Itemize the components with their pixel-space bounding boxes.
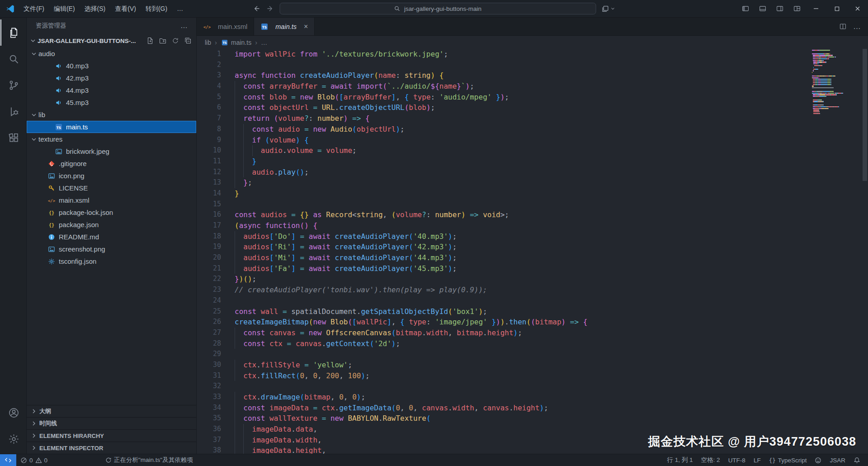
code-line[interactable]: 11} (197, 156, 868, 167)
command-center-search[interactable]: jsar-gallery-gui-buttons-main (280, 3, 596, 14)
analyzing-status[interactable]: 正在分析"main.ts"及其依赖项 (101, 454, 197, 466)
code-line[interactable]: 29 (197, 349, 868, 360)
maximize-button[interactable] (826, 0, 847, 17)
scrollbar-thumb[interactable] (863, 49, 867, 181)
more-actions-icon[interactable]: … (853, 22, 861, 31)
tab-main-xsml[interactable]: </> main.xsml (197, 18, 254, 35)
code-line[interactable]: 9if (volume) { (197, 135, 868, 146)
project-section-header[interactable]: JSAR-GALLERY-GUI-BUTTONS-... (27, 34, 196, 48)
code-line[interactable]: 14} (197, 188, 868, 199)
sidebar-section-element-inspector[interactable]: ELEMENT INSPECTOR (27, 442, 196, 454)
minimap[interactable] (812, 50, 861, 115)
code-line[interactable]: 28const ctx = canvas.getContext('2d'); (197, 338, 868, 349)
breadcrumb-item-lib[interactable]: lib (205, 39, 211, 46)
code-line[interactable]: 3async function createAudioPlayer(name: … (197, 70, 868, 81)
tree-item-45-mp3[interactable]: 45.mp3 (27, 96, 196, 109)
back-icon[interactable] (253, 5, 261, 13)
code-line[interactable]: 33ctx.drawImage(bitmap, 0, 0); (197, 392, 868, 403)
code-line[interactable]: 34const imageData = ctx.getImageData(0, … (197, 403, 868, 414)
code-line[interactable]: 25const wall = spatialDocument.getSpatia… (197, 306, 868, 317)
menu-go[interactable]: 转到(G) (141, 3, 172, 14)
tree-item-package-json[interactable]: {}package.json (27, 219, 196, 231)
code-line[interactable]: 21audios['Fa'] = await createAudioPlayer… (197, 263, 868, 274)
line-col-indicator[interactable]: 行 1, 列 1 (663, 454, 697, 466)
indentation-indicator[interactable]: 空格: 2 (697, 454, 724, 466)
code-line[interactable]: 22})(); (197, 274, 868, 285)
activitybar-source-control[interactable] (0, 72, 26, 98)
close-button[interactable] (847, 0, 868, 17)
code-line[interactable]: 17(async function() { (197, 220, 868, 231)
breadcrumb-symbol-ellipsis[interactable]: … (261, 39, 267, 46)
breadcrumb-item-main-ts[interactable]: TS main.ts (221, 39, 251, 46)
code-line[interactable]: 18audios['Do'] = await createAudioPlayer… (197, 231, 868, 242)
tree-item-audio[interactable]: audio (27, 48, 196, 60)
menu-file[interactable]: 文件(F) (19, 3, 49, 14)
tree-item-main-xsml[interactable]: </>main.xsml (27, 194, 196, 206)
code-line[interactable]: 5const blob = new Blob([arrayBuffer], { … (197, 92, 868, 103)
code-line[interactable]: 2 (197, 60, 868, 71)
sidebar-section-timeline[interactable]: 时间线 (27, 417, 196, 429)
tree-item-44-mp3[interactable]: 44.mp3 (27, 84, 196, 96)
toggle-panel-icon[interactable] (754, 0, 771, 17)
code-line[interactable]: 36imageData.data, (197, 424, 868, 435)
eol-indicator[interactable]: LF (750, 454, 765, 466)
tree-item-license[interactable]: LICENSE (27, 182, 196, 194)
code-line[interactable]: 31ctx.fillRect(0, 0, 200, 100); (197, 371, 868, 381)
tree-item-gitignore[interactable]: .gitignore (27, 157, 196, 170)
toggle-primary-sidebar-icon[interactable] (737, 0, 754, 17)
customize-layout-icon[interactable] (788, 0, 806, 17)
tree-item-textures[interactable]: textures (27, 133, 196, 145)
minimize-button[interactable] (806, 0, 826, 17)
new-file-icon[interactable] (146, 37, 154, 44)
split-editor-icon[interactable] (839, 23, 847, 30)
encoding-indicator[interactable]: UTF-8 (724, 454, 750, 466)
code-line[interactable]: 12audio.play(); (197, 167, 868, 178)
tree-item-tsconfig-json[interactable]: tsconfig.json (27, 255, 196, 267)
code-line[interactable]: 20audios['Mi'] = await createAudioPlayer… (197, 252, 868, 263)
collapse-all-icon[interactable] (184, 37, 192, 44)
activitybar-run-debug[interactable] (0, 98, 26, 124)
activitybar-settings[interactable] (0, 426, 26, 452)
code-line[interactable]: 10audio.volume = volume; (197, 145, 868, 156)
remote-indicator[interactable] (0, 454, 16, 466)
activitybar-explorer[interactable] (0, 19, 26, 46)
refresh-icon[interactable] (172, 37, 179, 44)
views-more-actions-icon[interactable]: … (180, 22, 188, 30)
editor-pane[interactable]: 1import wallPic from '../textures/brickw… (197, 49, 868, 454)
tree-item-screenshot-png[interactable]: screenshot.png (27, 243, 196, 255)
code-line[interactable]: 19audios['Ri'] = await createAudioPlayer… (197, 242, 868, 252)
tab-main-ts[interactable]: TS main.ts × (254, 18, 315, 35)
tree-item-lib[interactable]: lib (27, 109, 196, 121)
notifications-bell[interactable] (849, 454, 864, 466)
code-line[interactable]: 30ctx.fillStyle = 'yellow'; (197, 360, 868, 371)
code-line[interactable]: 15 (197, 199, 868, 210)
tree-item-brickwork-jpeg[interactable]: brickwork.jpeg (27, 145, 196, 157)
code-line[interactable]: 35const wallTexture = new BABYLON.RawTex… (197, 413, 868, 424)
code-line[interactable]: 8const audio = new Audio(objectUrl); (197, 124, 868, 135)
activitybar-search[interactable] (0, 46, 26, 72)
jsar-status[interactable]: JSAR (826, 454, 849, 466)
code-line[interactable]: 24 (197, 295, 868, 306)
tree-item-42-mp3[interactable]: 42.mp3 (27, 72, 196, 84)
tree-item-icon-png[interactable]: icon.png (27, 170, 196, 182)
tree-item-40-mp3[interactable]: 40.mp3 (27, 60, 196, 72)
close-tab-icon[interactable]: × (304, 23, 308, 30)
editor-scrollbar[interactable] (862, 49, 868, 454)
code-line[interactable]: 23// createAudioPlayer('tonbi.wav').then… (197, 285, 868, 295)
feedback-indicator[interactable] (811, 454, 826, 466)
tree-item-main-ts[interactable]: TSmain.ts (27, 121, 196, 133)
menu-selection[interactable]: 选择(S) (80, 3, 110, 14)
code-line[interactable]: 26createImageBitmap(new Blob([wallPic], … (197, 317, 868, 328)
code-line[interactable]: 37imageData.width, (197, 435, 868, 446)
code-line[interactable]: 32 (197, 381, 868, 392)
problems-indicator[interactable]: 0 0 (16, 454, 52, 466)
forward-icon[interactable] (266, 5, 274, 13)
code-line[interactable]: 27const canvas = new OffscreenCanvas(bit… (197, 328, 868, 338)
tree-item-package-lock-json[interactable]: {}package-lock.json (27, 206, 196, 219)
code-line[interactable]: 38imageData.height, (197, 445, 868, 454)
language-indicator[interactable]: {} TypeScript (765, 454, 811, 466)
tree-item-readme-md[interactable]: README.md (27, 231, 196, 243)
menu-more[interactable]: … (172, 3, 188, 14)
code-line[interactable]: 6const objectUrl = URL.createObjectURL(b… (197, 102, 868, 113)
code-line[interactable]: 16const audios = {} as Record<string, (v… (197, 209, 868, 220)
